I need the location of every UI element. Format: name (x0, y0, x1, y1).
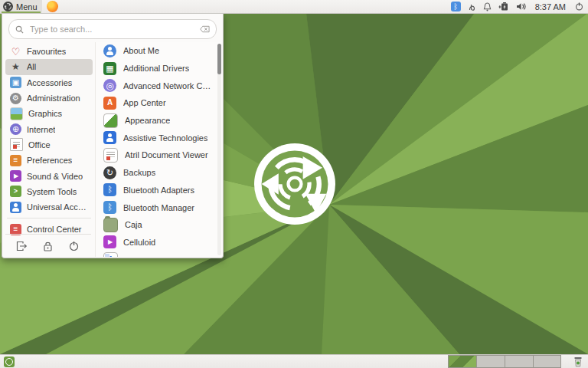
notifications-bell-icon[interactable] (483, 2, 492, 12)
separator (5, 234, 91, 235)
terminal-icon (10, 186, 21, 197)
paint-roller-icon (103, 113, 118, 128)
app-bluetooth-adapters[interactable]: Bluetooth Adapters (96, 182, 222, 199)
star-icon (10, 61, 21, 73)
search-icon (15, 25, 24, 34)
preferences-icon (10, 155, 21, 166)
application-menu: Favourites All Accessories Administratio… (2, 13, 224, 258)
category-preferences[interactable]: Preferences (5, 153, 93, 168)
clear-search-icon[interactable] (200, 25, 210, 33)
network-nodes-icon (103, 79, 116, 92)
person-icon (103, 131, 116, 144)
ubuntu-mate-logo (254, 143, 335, 225)
app-character-map[interactable]: Character Map (96, 251, 222, 257)
session-buttons (13, 238, 82, 254)
media-play-icon (10, 170, 21, 182)
search-input[interactable] (28, 24, 195, 34)
backup-icon (103, 166, 116, 179)
bluetooth-icon[interactable]: ᛒ (451, 2, 461, 12)
character-map-icon (103, 252, 118, 257)
active-underline (2, 12, 41, 13)
log-out-icon (16, 241, 28, 251)
system-tray: ᛒ 8:37 AM (451, 2, 588, 12)
app-app-center[interactable]: App Center (96, 94, 222, 112)
category-graphics[interactable]: Graphics (5, 106, 93, 121)
app-assistive-technologies[interactable]: Assistive Technologies (96, 129, 222, 146)
network-icon[interactable] (468, 2, 476, 12)
app-backups[interactable]: Backups (96, 164, 222, 182)
app-appearance[interactable]: Appearance (96, 112, 222, 130)
lock-screen-button[interactable] (39, 238, 56, 254)
app-about-me[interactable]: About Me (96, 42, 222, 60)
clock[interactable]: 8:37 AM (533, 2, 568, 12)
firefox-icon[interactable] (47, 1, 58, 12)
workspace-2[interactable] (476, 355, 505, 368)
photo-icon (10, 107, 23, 120)
lock-icon (43, 241, 53, 251)
category-list: Favourites All Accessories Administratio… (5, 44, 93, 238)
heart-icon (10, 46, 21, 58)
category-internet[interactable]: Internet (5, 121, 93, 136)
shut-down-button[interactable] (65, 238, 82, 254)
workspace-4[interactable] (533, 355, 561, 368)
separator (7, 218, 91, 219)
person-icon (103, 44, 116, 58)
app-list-scrollbar[interactable] (217, 44, 221, 255)
app-center-icon (103, 97, 116, 110)
chip-icon (103, 62, 116, 75)
power-icon[interactable] (575, 2, 583, 11)
category-favourites[interactable]: Favourites (5, 44, 93, 59)
bottom-panel (0, 354, 588, 368)
power-icon (69, 241, 79, 251)
app-additional-drivers[interactable]: Additional Drivers (96, 60, 222, 77)
battery-charging-icon[interactable] (498, 2, 509, 12)
play-icon (103, 235, 116, 248)
category-universal-access[interactable]: Universal Access (5, 199, 93, 215)
top-panel: Menu ᛒ 8:37 AM (0, 0, 588, 14)
log-out-button[interactable] (13, 238, 30, 254)
trash-applet[interactable] (570, 356, 586, 368)
app-atril-document-viewer[interactable]: Atril Document Viewer (96, 146, 222, 164)
bluetooth-icon (103, 201, 116, 214)
document-icon (10, 138, 23, 151)
application-list: About Me Additional Drivers Advanced Net… (95, 42, 222, 257)
menu-button[interactable]: Menu (0, 0, 42, 13)
workspace-1[interactable] (448, 355, 476, 368)
category-office[interactable]: Office (5, 137, 93, 153)
show-desktop-button[interactable] (4, 356, 15, 367)
person-icon (10, 202, 21, 213)
volume-icon[interactable] (516, 2, 526, 11)
folder-icon (103, 218, 118, 232)
globe-icon (10, 123, 21, 135)
app-celluloid[interactable]: Celluloid (96, 234, 222, 251)
mate-menu-icon (3, 2, 13, 12)
menu-button-label: Menu (16, 2, 38, 12)
bluetooth-icon (103, 183, 116, 196)
document-icon (103, 148, 118, 163)
desktop: Menu ᛒ 8:37 AM (0, 0, 588, 368)
category-all[interactable]: All (5, 59, 93, 74)
workspace-switcher (448, 355, 561, 368)
search-box[interactable] (8, 19, 217, 39)
category-administration[interactable]: Administration (5, 90, 93, 106)
app-bluetooth-manager[interactable]: Bluetooth Manager (96, 199, 222, 216)
category-system-tools[interactable]: System Tools (5, 184, 93, 199)
scrollbar-thumb[interactable] (217, 44, 221, 74)
category-accessories[interactable]: Accessories (5, 75, 93, 90)
category-control-center[interactable]: Control Center (5, 222, 93, 237)
accessories-icon (10, 77, 21, 88)
app-advanced-network-configuration[interactable]: Advanced Network Configu… (96, 77, 222, 94)
workspace-3[interactable] (505, 355, 533, 368)
category-sound-video[interactable]: Sound & Video (5, 168, 93, 183)
trash-icon (573, 356, 583, 367)
gear-icon (10, 93, 21, 104)
app-caja[interactable]: Caja (96, 216, 222, 234)
